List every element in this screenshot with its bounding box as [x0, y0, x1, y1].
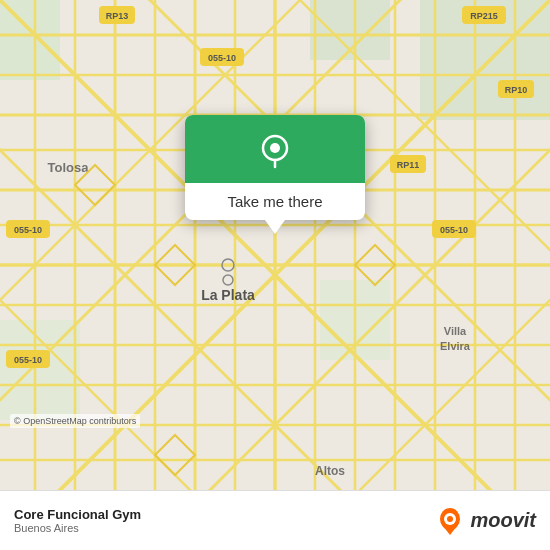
svg-text:055-10: 055-10 — [14, 355, 42, 365]
moovit-icon — [434, 505, 466, 537]
svg-point-74 — [447, 516, 453, 522]
bottom-bar: Core Funcional Gym Buenos Aires moovit — [0, 490, 550, 550]
svg-text:Villa: Villa — [444, 325, 467, 337]
moovit-logo[interactable]: moovit — [434, 505, 536, 537]
svg-text:055-10: 055-10 — [208, 53, 236, 63]
svg-text:Elvira: Elvira — [440, 340, 471, 352]
svg-text:055-10: 055-10 — [440, 225, 468, 235]
svg-text:RP10: RP10 — [505, 85, 528, 95]
svg-text:Tolosa: Tolosa — [48, 160, 90, 175]
app-subtitle: Buenos Aires — [14, 522, 141, 534]
svg-text:055-10: 055-10 — [14, 225, 42, 235]
take-me-there-button[interactable]: Take me there — [185, 183, 365, 220]
app-name: Core Funcional Gym — [14, 507, 141, 522]
copyright-text: © OpenStreetMap contributors — [10, 414, 140, 428]
moovit-text: moovit — [470, 509, 536, 532]
svg-text:Altos: Altos — [315, 464, 345, 478]
location-pin-icon — [257, 133, 293, 169]
svg-rect-1 — [0, 0, 60, 80]
svg-text:RP13: RP13 — [106, 11, 129, 21]
app-info: Core Funcional Gym Buenos Aires — [14, 507, 141, 534]
svg-text:RP11: RP11 — [397, 160, 420, 170]
svg-rect-4 — [0, 320, 80, 420]
svg-marker-75 — [443, 526, 457, 535]
popup-card: Take me there — [185, 115, 365, 220]
svg-text:La Plata: La Plata — [201, 287, 255, 303]
svg-text:RP215: RP215 — [470, 11, 498, 21]
map: RP13 RP215 RP10 RP11 055-10 055-10 055-1… — [0, 0, 550, 490]
popup-green-header — [185, 115, 365, 183]
svg-point-70 — [270, 143, 280, 153]
